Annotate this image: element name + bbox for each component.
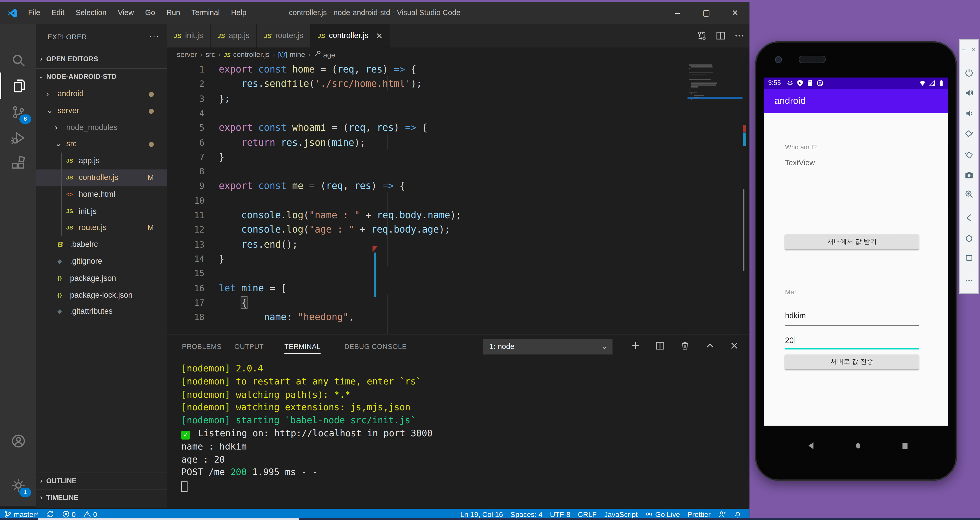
tree-item-home.html[interactable]: <>home.html (36, 186, 167, 203)
line-number: 9 (167, 179, 204, 193)
tree-item-src[interactable]: ⌄src (36, 136, 167, 153)
activity-search-icon[interactable] (0, 47, 36, 73)
menu-edit[interactable]: Edit (46, 2, 70, 24)
tree-item-android[interactable]: ›android (36, 86, 167, 103)
section-root-folder[interactable]: ⌄NODE-ANDROID-STD (36, 68, 167, 85)
close-tab-icon[interactable]: ✕ (376, 31, 383, 40)
menu-go[interactable]: Go (140, 2, 161, 24)
menu-file[interactable]: File (22, 2, 46, 24)
tree-item-label: src (66, 136, 77, 153)
more-icon[interactable] (735, 30, 745, 41)
age-input[interactable]: 20 (785, 335, 919, 345)
activity-source-control-icon[interactable]: 6 (0, 99, 36, 125)
menu-terminal[interactable]: Terminal (186, 2, 225, 24)
editor-scrollbar[interactable] (743, 190, 744, 271)
compare-icon[interactable] (697, 30, 707, 41)
tree-item-package.json[interactable]: {}package.json (36, 270, 167, 287)
maximize-button[interactable]: ▢ (692, 2, 721, 24)
split-icon[interactable] (716, 30, 725, 41)
line-number: 1 (167, 62, 204, 77)
line-number: 6 (167, 135, 204, 150)
breadcrumb-server[interactable]: server (177, 51, 197, 58)
emulator-volume-down-icon[interactable] (959, 109, 978, 118)
activity-account-icon[interactable] (0, 427, 36, 454)
tab-app.js[interactable]: JSapp.js (210, 24, 257, 48)
tab-init.js[interactable]: JSinit.js (167, 24, 210, 48)
section-open-editors[interactable]: ›OPEN EDITORS (36, 51, 167, 67)
section-outline[interactable]: ›OUTLINE (36, 472, 167, 489)
tree-item-server[interactable]: ⌄server (36, 102, 167, 119)
panel-tab-debug-console[interactable]: DEBUG CONSOLE (344, 340, 407, 353)
panel-tab-terminal[interactable]: TERMINAL (284, 340, 321, 354)
emulator-zoom-icon[interactable] (959, 190, 978, 199)
panel-tab-output[interactable]: OUTPUT (234, 340, 264, 353)
menu-view[interactable]: View (112, 2, 139, 24)
emulator-more-icon[interactable] (959, 276, 978, 285)
tab-router.js[interactable]: JSrouter.js (257, 24, 310, 48)
tree-item-init.js[interactable]: JSinit.js (36, 203, 167, 220)
minimap-line (694, 97, 699, 98)
sidebar-title: EXPLORER (48, 30, 87, 44)
emulator-rotate-right-icon[interactable] (959, 150, 978, 160)
tree-item-.babelrc[interactable]: B.babelrc (36, 236, 167, 253)
emulator-camera-icon[interactable] (959, 171, 978, 180)
emulator-home-icon[interactable] (959, 234, 978, 243)
tree-item-controller.js[interactable]: JScontroller.jsM (36, 169, 167, 187)
sidebar-more-icon[interactable]: ··· (149, 31, 159, 41)
tree-item-router.js[interactable]: JSrouter.jsM (36, 220, 167, 237)
emulator-power-icon[interactable] (959, 68, 978, 78)
tree-item-node_modules[interactable]: ›node_modules (36, 119, 167, 136)
breadcrumb-controller.js[interactable]: JScontroller.js (224, 51, 269, 58)
send-to-server-button[interactable]: 서버로 값 전송 (785, 354, 919, 370)
breadcrumb-src[interactable]: src (205, 51, 215, 58)
menu-selection[interactable]: Selection (70, 2, 112, 24)
panel-plus-icon[interactable] (631, 341, 642, 352)
emulator-overview-icon[interactable] (959, 253, 978, 263)
emulator-volume-up-icon[interactable] (959, 88, 978, 97)
name-input[interactable]: hdkim (785, 311, 919, 320)
terminal-output[interactable]: [nodemon] 2.0.4[nodemon] to restart at a… (181, 363, 744, 507)
phone-speaker (799, 56, 826, 63)
modified-dot (149, 142, 154, 147)
code-editor[interactable]: 1export const home = (req, res) => {2 re… (167, 61, 749, 334)
js-file-icon: JS (66, 220, 73, 237)
panel-x-icon[interactable] (729, 341, 741, 352)
breadcrumb[interactable]: server›src›JScontroller.js›[⬡]mine›age (167, 48, 749, 61)
emulator-back-icon[interactable] (959, 213, 978, 223)
activity-debug-icon[interactable] (0, 124, 36, 151)
taskbar-search-box[interactable] (38, 518, 299, 520)
receive-from-server-button[interactable]: 서버에서 값 받기 (785, 234, 919, 249)
tree-item-.gitattributes[interactable]: ◆.gitattributes (36, 303, 167, 321)
tab-controller.js[interactable]: JScontroller.js✕ (310, 24, 390, 48)
panel-chevup-icon[interactable] (705, 341, 716, 352)
breadcrumb-separator: › (272, 51, 275, 58)
minimize-button[interactable]: – (663, 2, 692, 24)
emulator-minimize-icon[interactable] (961, 46, 968, 53)
breadcrumb-mine[interactable]: [⬡]mine (278, 51, 305, 58)
tree-item-.gitignore[interactable]: ◆.gitignore (36, 253, 167, 270)
close-button[interactable]: ✕ (721, 2, 749, 24)
nav-recents-button[interactable] (900, 433, 910, 443)
menu-run[interactable]: Run (161, 2, 186, 24)
activity-extensions-icon[interactable] (0, 149, 36, 175)
emulator-close-icon[interactable] (970, 46, 977, 53)
activity-gear-icon[interactable]: 1 (0, 472, 36, 498)
section-timeline[interactable]: ›TIMELINE (36, 490, 167, 506)
tree-item-package-lock.json[interactable]: {}package-lock.json (36, 287, 167, 303)
emulator-rotate-left-icon[interactable] (959, 129, 978, 139)
panel-trash-icon[interactable] (680, 341, 691, 352)
panel-split-icon[interactable] (655, 341, 667, 352)
panel-tab-problems[interactable]: PROBLEMS (182, 340, 222, 353)
nav-back-button[interactable] (806, 433, 816, 443)
menu-help[interactable]: Help (225, 2, 252, 24)
menu-bar: FileEditSelectionViewGoRunTerminalHelp (6, 2, 252, 24)
windows-taskbar[interactable] (0, 518, 980, 520)
tree-item-app.js[interactable]: JSapp.js (36, 153, 167, 169)
wrench-icon (314, 50, 321, 57)
breadcrumb-age[interactable]: age (314, 50, 335, 59)
minimap-line (689, 79, 711, 80)
minimap[interactable] (687, 62, 743, 334)
activity-files-icon[interactable] (0, 72, 38, 99)
terminal-selector[interactable]: 1: node⌄ (483, 339, 612, 354)
nav-home-button[interactable] (853, 433, 863, 443)
